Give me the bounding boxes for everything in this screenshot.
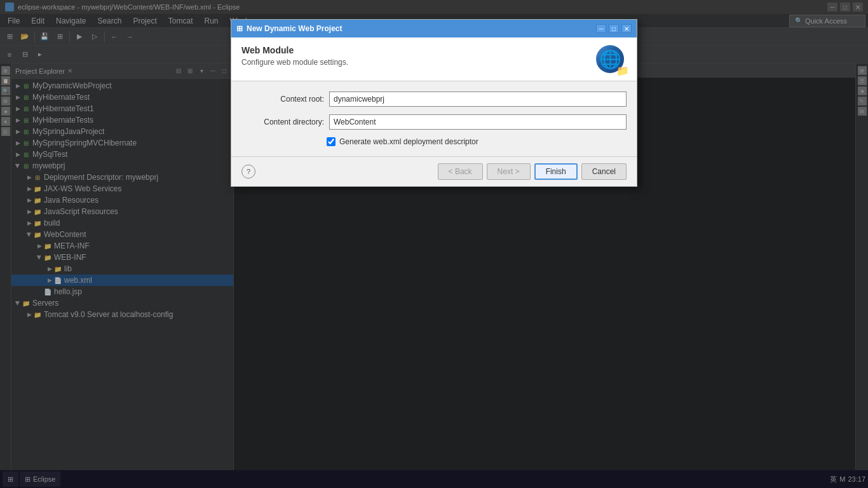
generate-webxml-label: Generate web.xml deployment descriptor [339, 137, 478, 146]
next-button[interactable]: Next > [487, 163, 531, 180]
web-module-icon-container: 🌐 📁 [596, 45, 627, 76]
help-button[interactable]: ? [241, 165, 255, 179]
content-directory-label: Content directory: [241, 118, 324, 126]
dialog-title-bar: ⊞ New Dynamic Web Project ─ □ ✕ [231, 20, 637, 37]
finish-button[interactable]: Finish [534, 163, 578, 180]
dialog-body: Context root: Content directory: Generat… [231, 81, 637, 156]
dialog-header-title: Web Module [241, 45, 596, 55]
dialog-close-btn[interactable]: ✕ [621, 24, 632, 33]
dialog-minimize-btn[interactable]: ─ [596, 24, 606, 33]
dialog-header-subtitle: Configure web module settings. [241, 58, 596, 67]
dialog-footer-left: ? [241, 165, 255, 179]
cancel-button[interactable]: Cancel [581, 163, 627, 180]
dialog-title-text: New Dynamic Web Project [247, 24, 342, 33]
generate-webxml-checkbox[interactable] [327, 137, 336, 146]
dialog-title-controls: ─ □ ✕ [596, 24, 632, 33]
dialog-title-left: ⊞ New Dynamic Web Project [236, 24, 342, 33]
dialog-title-icon: ⊞ [236, 24, 243, 33]
content-directory-input[interactable] [329, 114, 627, 130]
folder-overlay-icon: 📁 [616, 65, 629, 77]
context-root-label: Context root: [241, 95, 324, 104]
dialog-header-icon: 🌐 📁 [596, 45, 627, 76]
dialog-header-text: Web Module Configure web module settings… [241, 45, 596, 67]
context-root-row: Context root: [241, 92, 627, 107]
dialog-maximize-btn[interactable]: □ [609, 24, 619, 33]
new-dynamic-web-project-dialog: ⊞ New Dynamic Web Project ─ □ ✕ Web Modu… [231, 19, 637, 187]
context-root-input[interactable] [329, 92, 627, 107]
dialog-header: Web Module Configure web module settings… [231, 37, 637, 81]
dialog-footer-right: < Back Next > Finish Cancel [438, 163, 627, 180]
content-directory-row: Content directory: [241, 114, 627, 130]
dialog-overlay: ⊞ New Dynamic Web Project ─ □ ✕ Web Modu… [0, 0, 868, 488]
generate-webxml-row: Generate web.xml deployment descriptor [241, 137, 627, 146]
back-button[interactable]: < Back [438, 163, 483, 180]
dialog-footer: ? < Back Next > Finish Cancel [231, 156, 637, 186]
